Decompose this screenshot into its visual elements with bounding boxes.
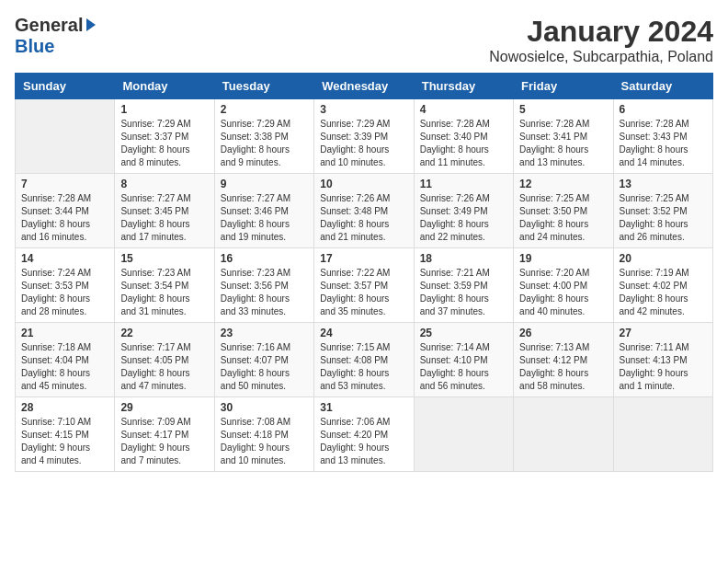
day-header-tuesday: Tuesday bbox=[214, 74, 313, 99]
calendar-cell: 29Sunrise: 7:09 AM Sunset: 4:17 PM Dayli… bbox=[115, 397, 214, 472]
logo-blue-text: Blue bbox=[15, 36, 54, 57]
day-info: Sunrise: 7:06 AM Sunset: 4:20 PM Dayligh… bbox=[320, 416, 407, 467]
calendar-cell: 19Sunrise: 7:20 AM Sunset: 4:00 PM Dayli… bbox=[514, 248, 613, 323]
day-number: 9 bbox=[221, 178, 308, 190]
calendar-cell: 21Sunrise: 7:18 AM Sunset: 4:04 PM Dayli… bbox=[16, 323, 115, 397]
calendar-cell: 5Sunrise: 7:28 AM Sunset: 3:41 PM Daylig… bbox=[514, 99, 613, 174]
day-info: Sunrise: 7:27 AM Sunset: 3:45 PM Dayligh… bbox=[120, 192, 208, 244]
day-number: 12 bbox=[519, 178, 607, 190]
calendar-cell: 24Sunrise: 7:15 AM Sunset: 4:08 PM Dayli… bbox=[314, 323, 414, 397]
day-info: Sunrise: 7:28 AM Sunset: 3:44 PM Dayligh… bbox=[21, 192, 108, 244]
day-info: Sunrise: 7:26 AM Sunset: 3:48 PM Dayligh… bbox=[320, 192, 407, 244]
day-number: 8 bbox=[120, 178, 208, 190]
day-number: 18 bbox=[420, 252, 507, 265]
day-header-thursday: Thursday bbox=[414, 74, 513, 99]
day-info: Sunrise: 7:23 AM Sunset: 3:56 PM Dayligh… bbox=[221, 267, 308, 318]
day-info: Sunrise: 7:18 AM Sunset: 4:04 PM Dayligh… bbox=[21, 341, 108, 393]
calendar-cell: 15Sunrise: 7:23 AM Sunset: 3:54 PM Dayli… bbox=[115, 248, 214, 323]
day-header-saturday: Saturday bbox=[613, 74, 712, 99]
day-number: 10 bbox=[320, 178, 407, 190]
calendar-cell: 3Sunrise: 7:29 AM Sunset: 3:39 PM Daylig… bbox=[314, 99, 414, 174]
day-number: 17 bbox=[320, 252, 407, 265]
day-number: 20 bbox=[620, 252, 707, 265]
day-number: 15 bbox=[120, 252, 208, 265]
day-info: Sunrise: 7:29 AM Sunset: 3:37 PM Dayligh… bbox=[120, 118, 208, 169]
day-number: 29 bbox=[120, 401, 208, 414]
day-info: Sunrise: 7:26 AM Sunset: 3:49 PM Dayligh… bbox=[420, 192, 507, 244]
day-info: Sunrise: 7:10 AM Sunset: 4:15 PM Dayligh… bbox=[21, 416, 108, 467]
day-header-friday: Friday bbox=[514, 74, 613, 99]
calendar-cell: 13Sunrise: 7:25 AM Sunset: 3:52 PM Dayli… bbox=[613, 174, 712, 248]
calendar-week-row: 21Sunrise: 7:18 AM Sunset: 4:04 PM Dayli… bbox=[16, 323, 713, 397]
day-info: Sunrise: 7:23 AM Sunset: 3:54 PM Dayligh… bbox=[120, 267, 208, 318]
calendar-cell bbox=[613, 397, 712, 472]
calendar-cell bbox=[514, 397, 613, 472]
calendar-cell: 7Sunrise: 7:28 AM Sunset: 3:44 PM Daylig… bbox=[16, 174, 115, 248]
calendar-cell: 25Sunrise: 7:14 AM Sunset: 4:10 PM Dayli… bbox=[414, 323, 513, 397]
calendar-cell: 6Sunrise: 7:28 AM Sunset: 3:43 PM Daylig… bbox=[613, 99, 712, 174]
calendar-table: SundayMondayTuesdayWednesdayThursdayFrid… bbox=[15, 73, 713, 472]
day-info: Sunrise: 7:28 AM Sunset: 3:43 PM Dayligh… bbox=[620, 118, 707, 169]
calendar-week-row: 14Sunrise: 7:24 AM Sunset: 3:53 PM Dayli… bbox=[16, 248, 713, 323]
day-number: 27 bbox=[620, 327, 707, 339]
day-info: Sunrise: 7:21 AM Sunset: 3:59 PM Dayligh… bbox=[420, 267, 507, 318]
calendar-week-row: 28Sunrise: 7:10 AM Sunset: 4:15 PM Dayli… bbox=[16, 397, 713, 472]
day-info: Sunrise: 7:08 AM Sunset: 4:18 PM Dayligh… bbox=[221, 416, 308, 467]
day-info: Sunrise: 7:29 AM Sunset: 3:38 PM Dayligh… bbox=[221, 118, 308, 169]
calendar-cell: 26Sunrise: 7:13 AM Sunset: 4:12 PM Dayli… bbox=[514, 323, 613, 397]
day-number: 23 bbox=[221, 327, 308, 339]
logo: General Blue bbox=[15, 15, 96, 57]
calendar-cell: 12Sunrise: 7:25 AM Sunset: 3:50 PM Dayli… bbox=[514, 174, 613, 248]
day-info: Sunrise: 7:25 AM Sunset: 3:52 PM Dayligh… bbox=[620, 192, 707, 244]
calendar-cell bbox=[16, 99, 115, 174]
calendar-cell: 22Sunrise: 7:17 AM Sunset: 4:05 PM Dayli… bbox=[115, 323, 214, 397]
day-info: Sunrise: 7:29 AM Sunset: 3:39 PM Dayligh… bbox=[320, 118, 407, 169]
day-number: 14 bbox=[21, 252, 108, 265]
calendar-cell: 4Sunrise: 7:28 AM Sunset: 3:40 PM Daylig… bbox=[414, 99, 513, 174]
day-number: 6 bbox=[620, 103, 707, 116]
day-number: 2 bbox=[221, 103, 308, 116]
logo-arrow-icon bbox=[86, 18, 96, 31]
calendar-cell: 8Sunrise: 7:27 AM Sunset: 3:45 PM Daylig… bbox=[115, 174, 214, 248]
day-number: 26 bbox=[519, 327, 607, 339]
day-header-sunday: Sunday bbox=[16, 74, 115, 99]
day-info: Sunrise: 7:19 AM Sunset: 4:02 PM Dayligh… bbox=[620, 267, 707, 318]
calendar-cell bbox=[414, 397, 513, 472]
day-info: Sunrise: 7:28 AM Sunset: 3:41 PM Dayligh… bbox=[519, 118, 607, 169]
day-number: 11 bbox=[420, 178, 507, 190]
calendar-cell: 31Sunrise: 7:06 AM Sunset: 4:20 PM Dayli… bbox=[314, 397, 414, 472]
day-number: 3 bbox=[320, 103, 407, 116]
calendar-cell: 2Sunrise: 7:29 AM Sunset: 3:38 PM Daylig… bbox=[214, 99, 313, 174]
day-number: 5 bbox=[519, 103, 607, 116]
day-number: 19 bbox=[519, 252, 607, 265]
day-info: Sunrise: 7:17 AM Sunset: 4:05 PM Dayligh… bbox=[120, 341, 208, 393]
day-info: Sunrise: 7:11 AM Sunset: 4:13 PM Dayligh… bbox=[620, 341, 707, 393]
day-info: Sunrise: 7:16 AM Sunset: 4:07 PM Dayligh… bbox=[221, 341, 308, 393]
calendar-cell: 9Sunrise: 7:27 AM Sunset: 3:46 PM Daylig… bbox=[214, 174, 313, 248]
day-number: 4 bbox=[420, 103, 507, 116]
calendar-cell: 10Sunrise: 7:26 AM Sunset: 3:48 PM Dayli… bbox=[314, 174, 414, 248]
calendar-week-row: 7Sunrise: 7:28 AM Sunset: 3:44 PM Daylig… bbox=[16, 174, 713, 248]
day-info: Sunrise: 7:22 AM Sunset: 3:57 PM Dayligh… bbox=[320, 267, 407, 318]
day-info: Sunrise: 7:24 AM Sunset: 3:53 PM Dayligh… bbox=[21, 267, 108, 318]
page-header: General Blue January 2024 Nowosielce, Su… bbox=[15, 15, 713, 65]
location-text: Nowosielce, Subcarpathia, Poland bbox=[489, 49, 713, 65]
day-info: Sunrise: 7:14 AM Sunset: 4:10 PM Dayligh… bbox=[420, 341, 507, 393]
day-info: Sunrise: 7:27 AM Sunset: 3:46 PM Dayligh… bbox=[221, 192, 308, 244]
day-info: Sunrise: 7:25 AM Sunset: 3:50 PM Dayligh… bbox=[519, 192, 607, 244]
day-number: 22 bbox=[120, 327, 208, 339]
day-info: Sunrise: 7:13 AM Sunset: 4:12 PM Dayligh… bbox=[519, 341, 607, 393]
logo-general-text: General bbox=[15, 15, 83, 36]
calendar-cell: 30Sunrise: 7:08 AM Sunset: 4:18 PM Dayli… bbox=[214, 397, 313, 472]
title-section: January 2024 Nowosielce, Subcarpathia, P… bbox=[489, 15, 713, 65]
calendar-cell: 17Sunrise: 7:22 AM Sunset: 3:57 PM Dayli… bbox=[314, 248, 414, 323]
day-number: 28 bbox=[21, 401, 108, 414]
calendar-week-row: 1Sunrise: 7:29 AM Sunset: 3:37 PM Daylig… bbox=[16, 99, 713, 174]
day-number: 30 bbox=[221, 401, 308, 414]
day-header-wednesday: Wednesday bbox=[314, 74, 414, 99]
calendar-cell: 27Sunrise: 7:11 AM Sunset: 4:13 PM Dayli… bbox=[613, 323, 712, 397]
month-year-title: January 2024 bbox=[489, 15, 713, 49]
calendar-cell: 20Sunrise: 7:19 AM Sunset: 4:02 PM Dayli… bbox=[613, 248, 712, 323]
calendar-cell: 18Sunrise: 7:21 AM Sunset: 3:59 PM Dayli… bbox=[414, 248, 513, 323]
day-info: Sunrise: 7:15 AM Sunset: 4:08 PM Dayligh… bbox=[320, 341, 407, 393]
